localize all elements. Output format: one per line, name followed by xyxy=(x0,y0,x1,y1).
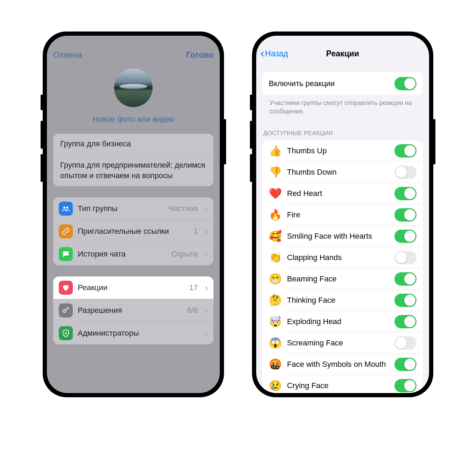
nav-bar: Отмена Готово xyxy=(53,46,214,64)
reaction-toggle[interactable] xyxy=(394,336,416,350)
reaction-emoji-icon: 🤯 xyxy=(269,315,281,328)
reaction-row: 👎Thumbs Down xyxy=(262,162,423,183)
svg-point-1 xyxy=(66,206,68,209)
reaction-toggle[interactable] xyxy=(394,230,416,243)
reaction-toggle[interactable] xyxy=(394,358,416,371)
key-icon xyxy=(59,303,73,317)
reaction-label: Thumbs Down xyxy=(287,168,388,177)
reaction-emoji-icon: 👍 xyxy=(269,145,281,157)
reaction-label: Beaming Face xyxy=(287,274,388,284)
enable-reactions-toggle[interactable] xyxy=(394,77,416,90)
reaction-row: 🤬Face with Symbols on Mouth xyxy=(262,354,423,375)
reaction-row: 😢Crying Face xyxy=(262,375,423,393)
reaction-emoji-icon: 🔥 xyxy=(269,209,281,221)
chat-bubble-icon xyxy=(59,247,73,261)
reaction-emoji-icon: 🥰 xyxy=(269,230,281,242)
phone-left: Отмена Готово Новое фото или видео Групп… xyxy=(43,31,224,397)
reactions-screen: ‹ Назад Реакции Включить реакции Участни… xyxy=(256,36,429,393)
group-description-field[interactable]: Группа для предпринимателей: делимся опы… xyxy=(53,154,214,186)
reaction-toggle[interactable] xyxy=(394,166,416,179)
group-name-field[interactable]: Группа для бизнеса xyxy=(53,134,214,154)
reaction-label: Thinking Face xyxy=(287,296,388,305)
row-label: Пригласительные ссылки xyxy=(78,227,189,236)
row-label: Разрешения xyxy=(78,306,182,315)
settings-list-2: Реакции 17 › Разрешения 8/8 › xyxy=(53,276,214,344)
reaction-row: 👍Thumbs Up xyxy=(262,140,423,161)
side-button xyxy=(433,119,435,164)
svg-point-0 xyxy=(63,206,65,209)
reaction-toggle[interactable] xyxy=(394,208,416,222)
row-label: Администраторы xyxy=(78,329,200,338)
reaction-toggle[interactable] xyxy=(394,272,416,286)
heart-icon xyxy=(59,281,73,295)
chevron-right-icon: › xyxy=(205,226,208,237)
row-label: История чата xyxy=(78,250,167,259)
nav-bar: ‹ Назад Реакции xyxy=(256,45,429,62)
reaction-toggle[interactable] xyxy=(394,251,416,264)
row-group-type[interactable]: Тип группы Частная › xyxy=(53,197,214,220)
row-value: Частная xyxy=(168,204,198,213)
svg-point-2 xyxy=(63,310,66,313)
chevron-right-icon: › xyxy=(205,305,208,316)
group-avatar[interactable] xyxy=(114,69,153,107)
row-chat-history[interactable]: История чата Скрыта › xyxy=(53,243,214,265)
row-value: 1 xyxy=(194,227,198,236)
side-button xyxy=(41,94,43,110)
available-reactions-header: ДОСТУПНЫЕ РЕАКЦИИ xyxy=(256,116,429,140)
side-button xyxy=(250,94,252,110)
reaction-label: Exploding Head xyxy=(287,317,388,326)
side-button xyxy=(41,154,43,182)
side-button xyxy=(224,119,226,164)
shield-star-icon xyxy=(59,326,73,340)
chevron-right-icon: › xyxy=(205,203,208,214)
reaction-emoji-icon: 🤔 xyxy=(269,294,281,306)
done-button[interactable]: Готово xyxy=(186,50,214,60)
reaction-emoji-icon: 👏 xyxy=(269,251,281,264)
chevron-right-icon: › xyxy=(205,282,208,293)
chevron-right-icon: › xyxy=(205,249,208,260)
row-permissions[interactable]: Разрешения 8/8 › xyxy=(53,299,214,322)
reaction-emoji-icon: 👎 xyxy=(269,166,281,178)
reaction-toggle[interactable] xyxy=(394,315,416,328)
set-photo-button[interactable]: Новое фото или видео xyxy=(93,115,174,124)
reaction-label: Red Heart xyxy=(287,189,388,198)
row-value: Скрыта xyxy=(172,250,198,259)
row-invite-links[interactable]: Пригласительные ссылки 1 › xyxy=(53,220,214,243)
reaction-toggle[interactable] xyxy=(394,187,416,200)
enable-reactions-footer: Участники группы смогут отправлять реакц… xyxy=(262,95,423,116)
reaction-row: 🤔Thinking Face xyxy=(262,290,423,311)
row-reactions[interactable]: Реакции 17 › xyxy=(53,276,214,299)
row-label: Тип группы xyxy=(78,204,163,213)
reaction-row: ❤️Red Heart xyxy=(262,183,423,204)
chevron-right-icon: › xyxy=(205,328,208,339)
reaction-label: Thumbs Up xyxy=(287,146,388,155)
reaction-row: 😱Screaming Face xyxy=(262,332,423,354)
reaction-row: 👏Clapping Hands xyxy=(262,247,423,268)
group-edit-screen: Отмена Готово Новое фото или видео Групп… xyxy=(47,36,220,393)
row-label: Реакции xyxy=(78,283,184,292)
reaction-row: 🤯Exploding Head xyxy=(262,311,423,332)
reaction-label: Fire xyxy=(287,210,388,219)
row-value: 17 xyxy=(189,283,198,292)
reaction-row: 🔥Fire xyxy=(262,204,423,225)
page-title: Реакции xyxy=(256,49,429,58)
name-description-card: Группа для бизнеса Группа для предприним… xyxy=(53,134,214,186)
reaction-emoji-icon: 😁 xyxy=(269,273,281,285)
reaction-emoji-icon: 😢 xyxy=(269,379,281,392)
reaction-row: 😁Beaming Face xyxy=(262,268,423,289)
cancel-button[interactable]: Отмена xyxy=(53,50,82,60)
reaction-label: Face with Symbols on Mouth xyxy=(287,360,388,369)
row-admins[interactable]: Администраторы › xyxy=(53,322,214,344)
reaction-label: Screaming Face xyxy=(287,338,388,348)
row-value: 8/8 xyxy=(187,306,198,315)
reaction-toggle[interactable] xyxy=(394,144,416,158)
reaction-toggle[interactable] xyxy=(394,379,416,392)
side-button xyxy=(250,121,252,149)
reaction-label: Smiling Face with Hearts xyxy=(287,232,388,241)
reaction-emoji-icon: 🤬 xyxy=(269,358,281,370)
reactions-list: 👍Thumbs Up👎Thumbs Down❤️Red Heart🔥Fire🥰S… xyxy=(262,140,423,393)
phone-right: ‹ Назад Реакции Включить реакции Участни… xyxy=(252,31,433,397)
reaction-toggle[interactable] xyxy=(394,294,416,307)
settings-list-1: Тип группы Частная › Пригласительные ссы… xyxy=(53,197,214,265)
enable-reactions-label: Включить реакции xyxy=(269,79,389,88)
